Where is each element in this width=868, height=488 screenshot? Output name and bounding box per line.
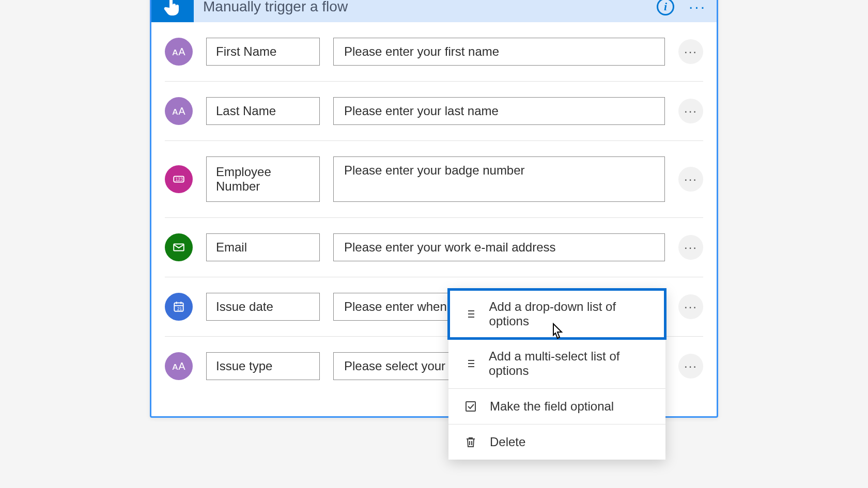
list-icon — [464, 307, 477, 321]
text-type-icon: ᴀA — [165, 352, 193, 380]
row-more-button[interactable]: ··· — [678, 354, 703, 379]
field-placeholder-input[interactable]: Please enter your work e-mail address — [333, 233, 665, 261]
row-more-button[interactable]: ··· — [678, 294, 703, 319]
row-more-button[interactable]: ··· — [678, 99, 703, 123]
header-more-button[interactable]: ··· — [689, 0, 706, 15]
input-row: 123 Employee Number Please enter your ba… — [165, 141, 703, 218]
menu-delete[interactable]: Delete — [448, 424, 665, 460]
svg-rect-20 — [466, 402, 475, 411]
list-icon — [464, 357, 476, 370]
row-more-button[interactable]: ··· — [678, 235, 703, 260]
menu-make-optional[interactable]: Make the field optional — [448, 389, 665, 424]
text-type-icon: ᴀA — [165, 38, 193, 66]
card-header: Manually trigger a flow i ··· — [151, 0, 717, 22]
field-placeholder-input[interactable]: Please enter your last name — [333, 97, 665, 125]
field-name-input[interactable]: Issue date — [206, 293, 320, 321]
number-type-icon: 123 — [165, 165, 193, 193]
svg-text:123: 123 — [176, 177, 183, 182]
row-more-button[interactable]: ··· — [678, 39, 703, 64]
info-icon[interactable]: i — [657, 0, 674, 15]
row-more-button[interactable]: ··· — [678, 167, 703, 192]
input-row: ᴀA Last Name Please enter your last name… — [165, 82, 703, 141]
field-context-menu: Add a drop-down list of options Add a mu… — [448, 289, 665, 460]
menu-add-multiselect[interactable]: Add a multi-select list of options — [448, 339, 665, 388]
menu-item-label: Delete — [490, 435, 525, 449]
input-row: Email Please enter your work e-mail addr… — [165, 218, 703, 277]
text-type-icon: ᴀA — [165, 97, 193, 125]
input-row: ᴀA First Name Please enter your first na… — [165, 22, 703, 82]
card-header-icon — [151, 0, 194, 22]
email-type-icon — [165, 233, 193, 261]
menu-add-dropdown[interactable]: Add a drop-down list of options — [448, 289, 665, 339]
checkbox-icon — [464, 400, 477, 413]
date-type-icon: 21 — [165, 293, 193, 321]
field-name-input[interactable]: First Name — [206, 38, 320, 66]
field-placeholder-input[interactable]: Please enter your first name — [333, 38, 665, 66]
field-name-input[interactable]: Email — [206, 233, 320, 261]
field-name-input[interactable]: Last Name — [206, 97, 320, 125]
card-title: Manually trigger a flow — [194, 0, 657, 15]
field-name-input[interactable]: Employee Number — [206, 156, 320, 202]
field-name-input[interactable]: Issue type — [206, 352, 320, 380]
trash-icon — [464, 435, 477, 449]
menu-item-label: Make the field optional — [490, 399, 614, 414]
menu-item-label: Add a drop-down list of options — [489, 300, 650, 328]
hand-pointer-icon — [162, 0, 183, 17]
menu-item-label: Add a multi-select list of options — [489, 349, 650, 378]
svg-text:21: 21 — [177, 306, 182, 311]
field-placeholder-input[interactable]: Please enter your badge number — [333, 156, 665, 202]
